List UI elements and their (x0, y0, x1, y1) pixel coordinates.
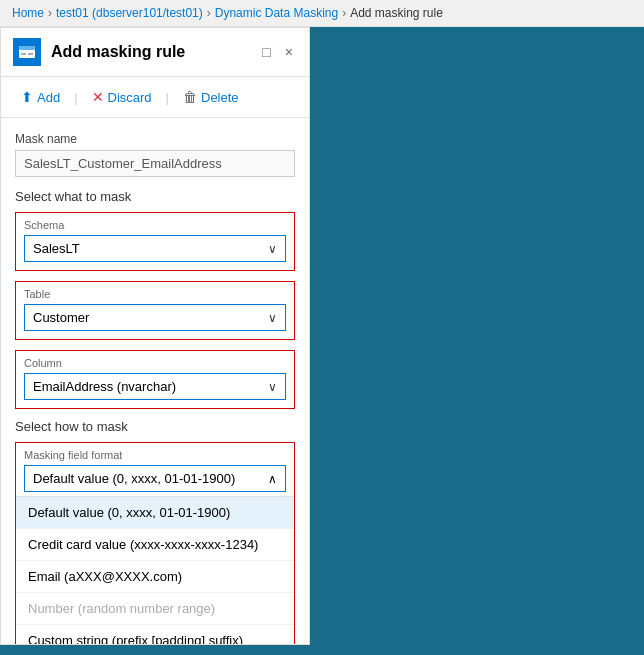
schema-label: Schema (24, 219, 286, 231)
breadcrumb-sep-2: › (207, 6, 211, 20)
discard-button[interactable]: ✕ Discard (84, 85, 160, 109)
masking-chevron-up-icon: ∧ (268, 472, 277, 486)
masking-format-value: Default value (0, xxxx, 01-01-1900) (33, 471, 235, 486)
breadcrumb-sep-3: › (342, 6, 346, 20)
column-chevron-icon: ∨ (268, 380, 277, 394)
masking-option-1[interactable]: Credit card value (xxxx-xxxx-xxxx-1234) (16, 529, 294, 561)
masking-format-dropdown[interactable]: Default value (0, xxxx, 01-01-1900) ∧ (24, 465, 286, 492)
table-dropdown[interactable]: Customer ∨ (24, 304, 286, 331)
add-label: Add (37, 90, 60, 105)
masking-option-0[interactable]: Default value (0, xxxx, 01-01-1900) (16, 497, 294, 529)
add-button[interactable]: ⬆ Add (13, 85, 68, 109)
panel-header: Add masking rule □ × (1, 28, 309, 77)
mask-name-label: Mask name (15, 132, 295, 146)
discard-label: Discard (108, 90, 152, 105)
column-group: Column EmailAddress (nvarchar) ∨ (15, 350, 295, 409)
breadcrumb-home[interactable]: Home (12, 6, 44, 20)
column-value: EmailAddress (nvarchar) (33, 379, 176, 394)
table-group: Table Customer ∨ (15, 281, 295, 340)
select-what-label: Select what to mask (15, 189, 295, 204)
discard-icon: ✕ (92, 89, 104, 105)
masking-option-4[interactable]: Custom string (prefix [padding] suffix) (16, 625, 294, 644)
svg-rect-1 (19, 46, 35, 50)
add-masking-rule-panel: Add masking rule □ × ⬆ Add | ✕ Discard |… (0, 27, 310, 645)
delete-button[interactable]: 🗑 Delete (175, 85, 247, 109)
toolbar: ⬆ Add | ✕ Discard | 🗑 Delete (1, 77, 309, 118)
column-label: Column (24, 357, 286, 369)
schema-chevron-icon: ∨ (268, 242, 277, 256)
schema-value: SalesLT (33, 241, 80, 256)
breadcrumb-ddm[interactable]: Dynamic Data Masking (215, 6, 338, 20)
column-dropdown[interactable]: EmailAddress (nvarchar) ∨ (24, 373, 286, 400)
delete-label: Delete (201, 90, 239, 105)
panel-icon (13, 38, 41, 66)
masking-header: Masking field format Default value (0, x… (16, 443, 294, 496)
toolbar-sep-2: | (166, 90, 169, 105)
masking-dropdown-list: Default value (0, xxxx, 01-01-1900) Cred… (16, 496, 294, 644)
svg-rect-3 (28, 53, 33, 55)
schema-dropdown[interactable]: SalesLT ∨ (24, 235, 286, 262)
svg-rect-2 (21, 53, 26, 55)
table-chevron-icon: ∨ (268, 311, 277, 325)
select-how-label: Select how to mask (15, 419, 295, 434)
panel-title: Add masking rule (51, 43, 248, 61)
breadcrumb-current: Add masking rule (350, 6, 443, 20)
mask-name-group: Mask name (15, 132, 295, 177)
breadcrumb: Home › test01 (dbserver101/test01) › Dyn… (0, 0, 644, 27)
masking-option-2[interactable]: Email (aXXX@XXXX.com) (16, 561, 294, 593)
breadcrumb-sep-1: › (48, 6, 52, 20)
schema-group: Schema SalesLT ∨ (15, 212, 295, 271)
form-body: Mask name Select what to mask Schema Sal… (1, 118, 309, 644)
close-button[interactable]: × (281, 42, 297, 62)
masking-format-group: Masking field format Default value (0, x… (15, 442, 295, 644)
mask-name-input[interactable] (15, 150, 295, 177)
table-value: Customer (33, 310, 89, 325)
masking-format-label: Masking field format (24, 449, 286, 461)
delete-icon: 🗑 (183, 89, 197, 105)
breadcrumb-db[interactable]: test01 (dbserver101/test01) (56, 6, 203, 20)
minimize-button[interactable]: □ (258, 42, 274, 62)
masking-option-3: Number (random number range) (16, 593, 294, 625)
panel-window-controls: □ × (258, 42, 297, 62)
add-icon: ⬆ (21, 89, 33, 105)
toolbar-sep-1: | (74, 90, 77, 105)
background-area: ↖ (310, 27, 644, 650)
table-label: Table (24, 288, 286, 300)
